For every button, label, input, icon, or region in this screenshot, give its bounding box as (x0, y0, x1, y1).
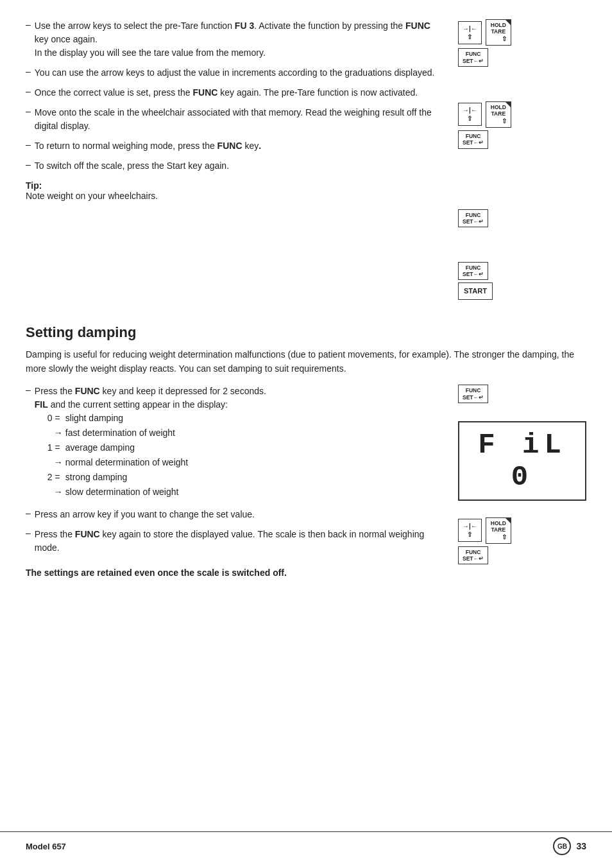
damping-bullet-2: – Press an arrow key if you want to chan… (26, 508, 445, 521)
damping-key-group-1: FUNC SET←↵ (458, 385, 488, 403)
key-row-1a: →|← ⇧ HOLD TARE ⇧ (458, 19, 511, 46)
damping-item-1: 1 = average damping (47, 441, 445, 455)
fil-display: F iL 0 (458, 421, 586, 501)
damping-key-row-1: FUNC SET←↵ (458, 385, 488, 403)
tip-text: Note weight on your wheelchairs. (26, 191, 445, 201)
damping-section: Setting damping Damping is useful for re… (26, 324, 586, 617)
d-bullet-text-3: Press the FUNC key again to store the di… (35, 528, 445, 555)
bullet-text-2: You can use the arrow keys to adjust the… (35, 66, 445, 80)
bullet-4: – Move onto the scale in the wheelchair … (26, 106, 445, 133)
func-key-2[interactable]: FUNC SET←↵ (458, 130, 488, 148)
damping-bullet-1: – Press the FUNC key and keep it depress… (26, 385, 445, 501)
footer-model: Model 657 (26, 842, 66, 851)
tip-label: Tip: (26, 180, 445, 191)
footer-badge-area: GB 33 (553, 837, 586, 855)
d-dash-2: – (26, 508, 31, 521)
damping-arrow-0: → fast determination of weight (54, 426, 445, 440)
bullet-text-1: Use the arrow keys to select the pre-Tar… (35, 19, 445, 60)
damping-bullet-3: – Press the FUNC key again to store the … (26, 528, 445, 555)
key-row-4b: START (458, 282, 493, 299)
key-group-3: FUNC SET←↵ (458, 209, 488, 227)
damping-key-row-2b: FUNC SET←↵ (458, 546, 488, 564)
key-row-1b: FUNC SET←↵ (458, 48, 488, 66)
d-bullet-text-2: Press an arrow key if you want to change… (35, 508, 445, 521)
bullet-text-3: Once the correct value is set, press the… (35, 86, 445, 100)
dash-1: – (26, 19, 31, 60)
bullet-text-5: To return to normal weighing mode, press… (35, 139, 445, 153)
bullet-3: – Once the correct value is set, press t… (26, 86, 445, 100)
top-right-column: →|← ⇧ HOLD TARE ⇧ FUNC (458, 19, 586, 309)
damping-arrow-key[interactable]: →|← ⇧ (458, 519, 482, 542)
bottom-note: The settings are retained even once the … (26, 568, 445, 578)
damping-arrow-1: → normal determination of weight (54, 456, 445, 469)
hold-tare-key-2[interactable]: HOLD TARE ⇧ (486, 101, 511, 128)
key-row-4a: FUNC SET←↵ (458, 262, 488, 280)
bullet-text-6: To switch off the scale, press the Start… (35, 159, 445, 173)
func-key-1[interactable]: FUNC SET←↵ (458, 48, 488, 66)
top-content-area: – Use the arrow keys to select the pre-T… (26, 19, 586, 309)
damping-func-key-1[interactable]: FUNC SET←↵ (458, 385, 488, 403)
damping-key-group-2: →|← ⇧ HOLD TARE ⇧ (458, 517, 511, 565)
bullet-1: – Use the arrow keys to select the pre-T… (26, 19, 445, 60)
key-group-1: →|← ⇧ HOLD TARE ⇧ FUNC (458, 19, 511, 67)
footer: Model 657 GB 33 (0, 831, 612, 855)
d-bullet-text-1: Press the FUNC key and keep it depressed… (35, 385, 445, 501)
damping-left-col: – Press the FUNC key and keep it depress… (26, 385, 458, 616)
arrow-key-2[interactable]: →|← ⇧ (458, 103, 482, 126)
dash-4: – (26, 106, 31, 133)
gb-badge: GB (553, 837, 571, 855)
damping-heading: Setting damping (26, 324, 586, 341)
bullet-6: – To switch off the scale, press the Sta… (26, 159, 445, 173)
damping-content: – Press the FUNC key and keep it depress… (26, 385, 586, 616)
damping-key-row-2a: →|← ⇧ HOLD TARE ⇧ (458, 517, 511, 544)
d-dash-3: – (26, 528, 31, 555)
func-key-3[interactable]: FUNC SET←↵ (458, 209, 488, 227)
damping-intro: Damping is useful for reducing weight de… (26, 347, 586, 376)
damping-item-2: 2 = strong damping (47, 471, 445, 484)
damping-sub-list: 0 = slight damping → fast determination … (47, 412, 445, 499)
dash-5: – (26, 139, 31, 153)
start-key[interactable]: START (458, 282, 493, 299)
page: – Use the arrow keys to select the pre-T… (0, 0, 612, 868)
damping-func-key-2[interactable]: FUNC SET←↵ (458, 546, 488, 564)
key-group-2: →|← ⇧ HOLD TARE ⇧ FUNC (458, 101, 511, 149)
d-dash-1: – (26, 385, 31, 501)
hold-tare-key-1[interactable]: HOLD TARE ⇧ (486, 19, 511, 46)
damping-right-col: FUNC SET←↵ F iL 0 →|← ⇧ (458, 385, 586, 616)
dash-2: – (26, 66, 31, 80)
key-row-3a: FUNC SET←↵ (458, 209, 488, 227)
dash-6: – (26, 159, 31, 173)
tip-section: Tip: Note weight on your wheelchairs. (26, 180, 445, 201)
damping-arrow-2: → slow determination of weight (54, 485, 445, 499)
bullet-text-4: Move onto the scale in the wheelchair as… (35, 106, 445, 133)
dash-3: – (26, 86, 31, 100)
fil-display-text: F iL 0 (478, 429, 566, 493)
key-group-4: FUNC SET←↵ START (458, 262, 493, 300)
damping-item-0: 0 = slight damping (47, 412, 445, 425)
func-key-4[interactable]: FUNC SET←↵ (458, 262, 488, 280)
damping-hold-tare-key[interactable]: HOLD TARE ⇧ (486, 517, 511, 544)
bullet-5: – To return to normal weighing mode, pre… (26, 139, 445, 153)
page-number: 33 (576, 841, 586, 851)
key-row-2a: →|← ⇧ HOLD TARE ⇧ (458, 101, 511, 128)
arrow-key-1[interactable]: →|← ⇧ (458, 21, 482, 44)
top-left-column: – Use the arrow keys to select the pre-T… (26, 19, 458, 309)
key-row-2b: FUNC SET←↵ (458, 130, 488, 148)
bullet-2: – You can use the arrow keys to adjust t… (26, 66, 445, 80)
